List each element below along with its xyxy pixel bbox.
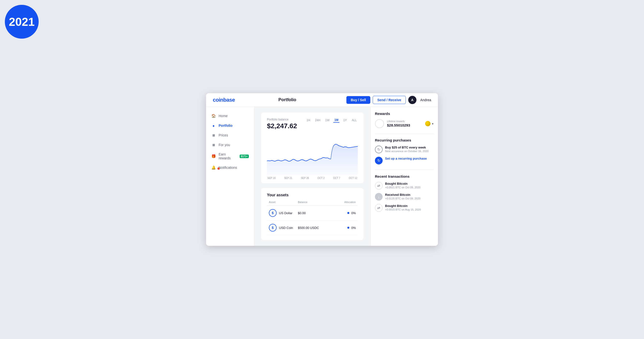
rewards-label: Lifetime rewards bbox=[387, 120, 422, 123]
top-bar: coinbase Portfolio Buy / Sell Send / Rec… bbox=[206, 93, 438, 107]
setup-recurring-item[interactable]: ↻ Set up a recurring purchase bbox=[375, 157, 434, 164]
tx-main-0: Bought Bitcoin bbox=[385, 182, 420, 185]
divider-2 bbox=[375, 170, 434, 170]
notification-dot bbox=[218, 167, 220, 170]
earn-rewards-badge: $171+ bbox=[240, 155, 249, 158]
portfolio-chart bbox=[267, 132, 358, 175]
chart-x-labels: SEP 16 SEP 21 SEP 26 OCT 2 OCT 7 OCT 12 bbox=[267, 177, 358, 179]
tx-sub-2: +0.0015 BTC on Aug 15, 2020 bbox=[385, 208, 421, 211]
chart-label-oct2: OCT 2 bbox=[318, 177, 325, 179]
recurring-title: Recurring purchases bbox=[375, 138, 434, 142]
rewards-title: Rewards bbox=[375, 112, 434, 116]
assets-title: Your assets bbox=[267, 193, 358, 197]
top-bar-actions: Buy / Sell Send / Receive A Andrea bbox=[346, 96, 431, 104]
chart-label-sep16: SEP 16 bbox=[268, 177, 276, 179]
alloc-dot bbox=[347, 227, 349, 229]
time-filters: 1H 24H 1W 1M 1Y ALL bbox=[306, 118, 358, 123]
rewards-info: Lifetime rewards $28.55010293 bbox=[387, 120, 422, 127]
sidebar-item-label: Notifications bbox=[218, 166, 237, 169]
rewards-actions: ▾ bbox=[425, 121, 434, 126]
year-badge: 2021 bbox=[5, 5, 39, 39]
recurring-item-text: Buy $25 of BTC every week Next occurence… bbox=[385, 146, 428, 153]
alloc-value: 0% bbox=[351, 211, 356, 215]
sidebar-item-label: Earn rewards bbox=[218, 152, 236, 160]
chart-header: Portfolio balance $2,247.62 1H 24H 1W 1M… bbox=[267, 118, 358, 130]
balance-info: Portfolio balance $2,247.62 bbox=[267, 118, 297, 130]
filter-1y[interactable]: 1Y bbox=[342, 118, 348, 122]
tx-exchange-icon-2: ⇄ bbox=[375, 204, 383, 212]
chart-label-sep21: SEP 21 bbox=[284, 177, 292, 179]
user-name: Andrea bbox=[420, 98, 431, 102]
chart-label-oct7: OCT 7 bbox=[333, 177, 340, 179]
assets-card: Your assets Asset Balance Allocation $ U… bbox=[261, 188, 364, 240]
filter-all[interactable]: ALL bbox=[351, 118, 358, 122]
tx-exchange-icon: ⇄ bbox=[375, 182, 383, 190]
asset-cell-usd: $ US Dollar bbox=[269, 209, 298, 217]
recurring-section: Recurring purchases ↻ Buy $25 of BTC eve… bbox=[375, 138, 434, 164]
sidebar-item-prices[interactable]: ▦ Prices bbox=[206, 130, 254, 140]
table-row[interactable]: $ USD Coin $500.00 USDC 0% bbox=[267, 220, 358, 235]
for-you-icon: ▦ bbox=[211, 143, 216, 147]
sidebar-item-label: Prices bbox=[218, 133, 228, 137]
recurring-main-text: Buy $25 of BTC every week bbox=[385, 146, 428, 149]
portfolio-icon: ● bbox=[211, 123, 216, 128]
col-asset: Asset bbox=[269, 201, 298, 204]
rewards-row: Lifetime rewards $28.55010293 ▾ bbox=[375, 119, 434, 128]
tx-main-2: Bought Bitcoin bbox=[385, 204, 421, 208]
gold-coin-icon bbox=[425, 121, 430, 126]
main-layout: 🏠 Home ● Portfolio ▦ Prices ▦ For you 🎁 … bbox=[206, 107, 438, 246]
table-header: Asset Balance Allocation bbox=[267, 201, 358, 206]
transaction-item-0[interactable]: ⇄ Bought Bitcoin +0.0021 BTC on Oct 09, … bbox=[375, 182, 434, 190]
sidebar-item-for-you[interactable]: ▦ For you bbox=[206, 140, 254, 150]
tx-info-1: Received Bitcoin +0.0135 BTC on Oct 09, … bbox=[385, 193, 420, 200]
asset-name: US Dollar bbox=[279, 211, 292, 215]
rewards-section: Rewards Lifetime rewards $28.55010293 ▾ bbox=[375, 112, 434, 128]
filter-1w[interactable]: 1W bbox=[324, 118, 330, 122]
recurring-refresh-icon: ↻ bbox=[375, 146, 383, 153]
transaction-item-1[interactable]: ↓ Received Bitcoin +0.0135 BTC on Oct 09… bbox=[375, 193, 434, 201]
transactions-section: Recent transactions ⇄ Bought Bitcoin +0.… bbox=[375, 174, 434, 212]
chart-label-sep26: SEP 26 bbox=[301, 177, 309, 179]
asset-cell-usdc: $ USD Coin bbox=[269, 224, 298, 232]
recurring-item[interactable]: ↻ Buy $25 of BTC every week Next occuren… bbox=[375, 146, 434, 153]
sidebar-item-earn-rewards[interactable]: 🎁 Earn rewards $171+ bbox=[206, 150, 254, 163]
home-icon: 🏠 bbox=[211, 114, 216, 118]
tx-info-2: Bought Bitcoin +0.0015 BTC on Aug 15, 20… bbox=[385, 204, 421, 211]
rewards-value: $28.55010293 bbox=[387, 123, 422, 127]
rewards-ring-icon bbox=[375, 119, 384, 128]
chart-card: Portfolio balance $2,247.62 1H 24H 1W 1M… bbox=[261, 112, 364, 183]
send-receive-button[interactable]: Send / Receive bbox=[373, 96, 406, 104]
buy-sell-button[interactable]: Buy / Sell bbox=[346, 96, 370, 104]
sidebar-item-portfolio[interactable]: ● Portfolio bbox=[206, 121, 254, 130]
earn-rewards-icon: 🎁 bbox=[211, 154, 216, 158]
tx-info-0: Bought Bitcoin +0.0021 BTC on Oct 09, 20… bbox=[385, 182, 420, 189]
sidebar-item-home[interactable]: 🏠 Home bbox=[206, 111, 254, 121]
sidebar-item-notifications[interactable]: 🔔 Notifications bbox=[206, 163, 254, 172]
table-row[interactable]: $ US Dollar $0.00 0% bbox=[267, 206, 358, 220]
right-panel: Rewards Lifetime rewards $28.55010293 ▾ bbox=[370, 107, 438, 246]
asset-alloc: 0% bbox=[327, 226, 356, 230]
asset-alloc: 0% bbox=[327, 211, 356, 215]
app-window: coinbase Portfolio Buy / Sell Send / Rec… bbox=[206, 93, 438, 246]
avatar: A bbox=[408, 96, 416, 104]
setup-recurring-icon: ↻ bbox=[375, 157, 383, 164]
col-allocation: Allocation bbox=[327, 201, 356, 204]
divider bbox=[375, 133, 434, 134]
sidebar-item-label: Home bbox=[218, 114, 228, 118]
page-title: Portfolio bbox=[278, 97, 346, 102]
setup-recurring-link[interactable]: Set up a recurring purchase bbox=[385, 157, 427, 160]
transaction-item-2[interactable]: ⇄ Bought Bitcoin +0.0015 BTC on Aug 15, … bbox=[375, 204, 434, 212]
tx-receive-icon: ↓ bbox=[375, 193, 383, 201]
usd-icon: $ bbox=[269, 209, 276, 217]
filter-24h[interactable]: 24H bbox=[314, 118, 321, 122]
alloc-value: 0% bbox=[351, 226, 356, 230]
asset-balance: $0.00 bbox=[298, 211, 327, 215]
sidebar-item-label: For you bbox=[218, 143, 230, 147]
chevron-down-icon[interactable]: ▾ bbox=[432, 122, 434, 126]
content-area: Portfolio balance $2,247.62 1H 24H 1W 1M… bbox=[254, 107, 370, 246]
balance-value: $2,247.62 bbox=[267, 122, 297, 130]
filter-1m[interactable]: 1M bbox=[333, 118, 340, 123]
transactions-title: Recent transactions bbox=[375, 174, 434, 178]
filter-1h[interactable]: 1H bbox=[306, 118, 311, 122]
notification-icon: 🔔 bbox=[211, 165, 216, 170]
